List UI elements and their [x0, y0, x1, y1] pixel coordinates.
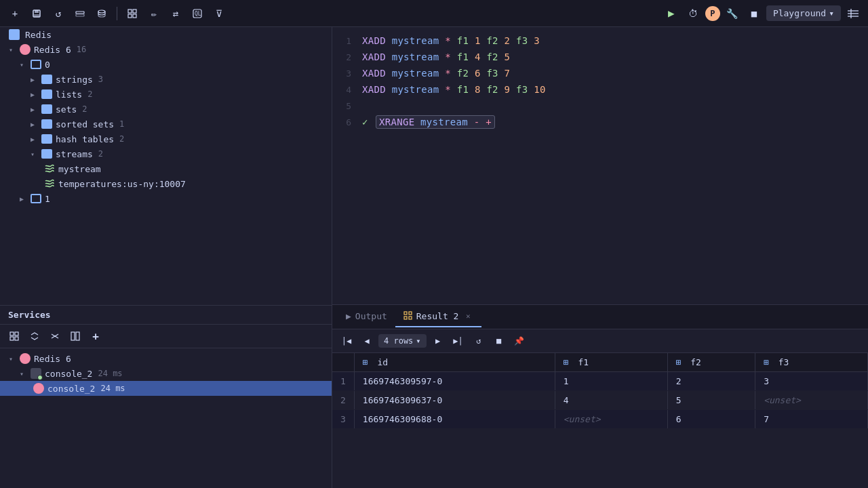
svg-rect-4 — [76, 14, 84, 16]
tree-item-temperatures[interactable]: temperatures:us-ny:10007 — [0, 176, 332, 191]
th-rownum — [332, 353, 354, 372]
temperatures-icon — [44, 178, 55, 189]
tree-hash-tables-arrow: ▶ — [27, 134, 38, 144]
tree-sorted-sets-label: sorted sets — [56, 119, 114, 129]
code-line-4: 4 XADD mystream * f1 8 f2 9 — [332, 81, 868, 98]
hash-tables-folder-icon — [41, 134, 52, 144]
tab-output[interactable]: ▶ Output — [338, 307, 395, 327]
tree-db1[interactable]: ▶ 1 — [0, 191, 332, 206]
code-line-1: 1 XADD mystream * f1 1 f2 2 — [332, 33, 868, 49]
services-grid-icon[interactable] — [5, 327, 23, 345]
tree-db0[interactable]: ▾ 0 — [0, 57, 332, 72]
tree-sets-count: 2 — [82, 104, 87, 114]
cell-f1: 1 — [555, 372, 667, 391]
tree-item-strings[interactable]: ▶ strings 3 — [0, 72, 332, 87]
tree-temperatures-label: temperatures:us-ny:10007 — [58, 179, 186, 189]
refresh-icon[interactable]: ↺ — [49, 4, 68, 23]
tree-db1-arrow: ▶ — [16, 193, 27, 204]
output-tab-icon: ▶ — [346, 311, 351, 321]
svg-rect-21 — [76, 332, 79, 340]
services-split-icon[interactable] — [66, 327, 84, 345]
code-line-6: 6 ✓ XRANGE mystream - + — [332, 114, 868, 130]
next-row-icon[interactable]: ▶ — [429, 332, 447, 350]
profile-icon[interactable]: P — [705, 6, 720, 21]
tree-strings-count: 3 — [98, 75, 103, 84]
tab-result2[interactable]: Result 2 ✕ — [395, 307, 482, 327]
prev-row-icon[interactable]: ◀ — [358, 332, 376, 350]
svg-rect-7 — [133, 9, 136, 13]
tree-lists-arrow: ▶ — [27, 89, 38, 100]
filter-icon[interactable]: ⊽ — [210, 4, 229, 23]
save-icon[interactable] — [27, 4, 46, 23]
services-header: Services — [0, 306, 332, 325]
playground-button[interactable]: Playground ▾ — [766, 5, 841, 21]
stop-result-icon[interactable]: ■ — [490, 332, 508, 350]
layers-icon[interactable] — [71, 4, 90, 23]
stop-icon[interactable]: ■ — [745, 4, 764, 23]
result-tabs: ▶ Output Result 2 ✕ — [332, 305, 868, 329]
service-redis6[interactable]: ▾ Redis 6 — [0, 351, 332, 366]
refresh-result-icon[interactable]: ↺ — [470, 332, 488, 350]
run-icon[interactable]: ▶ — [662, 4, 681, 23]
table-body: 11669746309597-012321669746309637-045<un… — [332, 372, 868, 429]
timer-icon[interactable]: ⏱ — [684, 4, 703, 23]
tree-root-redis[interactable]: Redis — [0, 27, 332, 42]
service-console2-active-time: 24 ms — [100, 384, 125, 393]
toolbar-separator-1 — [117, 7, 117, 20]
playground-chevron-icon: ▾ — [829, 8, 834, 18]
wrench-icon[interactable]: 🔧 — [723, 4, 742, 23]
cell-f2: 5 — [667, 391, 755, 410]
tree-item-lists[interactable]: ▶ lists 2 — [0, 87, 332, 102]
sorted-sets-folder-icon — [41, 119, 52, 129]
first-row-icon[interactable]: |◀ — [338, 332, 355, 350]
line-content-4: XADD mystream * f1 8 f2 9 f3 — [362, 84, 868, 95]
lists-folder-icon — [41, 89, 52, 99]
redis-folder-icon — [9, 29, 20, 40]
tree-item-hash-tables[interactable]: ▶ hash tables 2 — [0, 131, 332, 146]
line-content-1: XADD mystream * f1 1 f2 2 f3 — [362, 35, 868, 46]
service-redis6-arrow: ▾ — [5, 353, 16, 364]
line-num-3: 3 — [332, 68, 362, 79]
tree-item-sets[interactable]: ▶ sets 2 — [0, 102, 332, 117]
service-console2-parent[interactable]: ▾ console_2 24 ms — [0, 366, 332, 381]
tree-item-streams[interactable]: ▾ streams 2 — [0, 146, 332, 161]
code-editor[interactable]: 1 XADD mystream * f1 1 f2 2 — [332, 27, 868, 305]
tree-db0-label: 0 — [45, 60, 50, 70]
last-row-icon[interactable]: ▶| — [450, 332, 467, 350]
pin-result-icon[interactable]: 📌 — [511, 332, 528, 350]
tree-item-sorted-sets[interactable]: ▶ sorted sets 1 — [0, 117, 332, 131]
col-f1-icon: ⊞ — [564, 357, 569, 367]
new-tab-icon[interactable]: + — [5, 4, 24, 23]
cell-f2: 2 — [667, 372, 755, 391]
rows-chevron-icon: ▾ — [416, 336, 420, 346]
strings-folder-icon — [41, 75, 52, 84]
line-content-3: XADD mystream * f2 6 f3 7 — [362, 68, 868, 79]
svg-text:QL: QL — [195, 11, 201, 17]
svg-rect-24 — [404, 317, 407, 319]
data-table-wrapper: ⊞ id ⊞ f1 ⊞ f2 — [332, 353, 868, 488]
search-sql-icon[interactable]: QL — [188, 4, 207, 23]
services-panel: Services + ▾ — [0, 305, 332, 488]
rows-button[interactable]: 4 rows ▾ — [378, 334, 427, 348]
code-line-3: 3 XADD mystream * f2 6 f3 7 — [332, 65, 868, 81]
services-add-icon[interactable]: + — [87, 327, 104, 345]
tab-result2-close-icon[interactable]: ✕ — [462, 311, 473, 322]
tree-streams-count: 2 — [98, 149, 103, 159]
grid-icon[interactable] — [123, 4, 142, 23]
services-expand-icon[interactable] — [26, 327, 43, 345]
diff-icon[interactable]: ⇄ — [166, 4, 185, 23]
svg-rect-23 — [409, 312, 412, 314]
cell-rownum: 3 — [332, 410, 354, 429]
db1-icon — [31, 194, 41, 203]
edit-icon[interactable]: ✏ — [144, 4, 163, 23]
tree-item-mystream[interactable]: mystream — [0, 161, 332, 176]
tree-lists-label: lists — [56, 89, 82, 100]
services-collapse-icon[interactable] — [46, 327, 64, 345]
results-panel-icon[interactable] — [844, 4, 863, 23]
database-icon[interactable] — [92, 4, 111, 23]
service-console2-active[interactable]: console_2 24 ms — [0, 381, 332, 396]
line-num-2: 2 — [332, 52, 362, 62]
tree-redis6[interactable]: ▾ Redis 6 16 — [0, 42, 332, 57]
redis6-icon — [20, 44, 31, 55]
code-line-5: 5 — [332, 98, 868, 114]
